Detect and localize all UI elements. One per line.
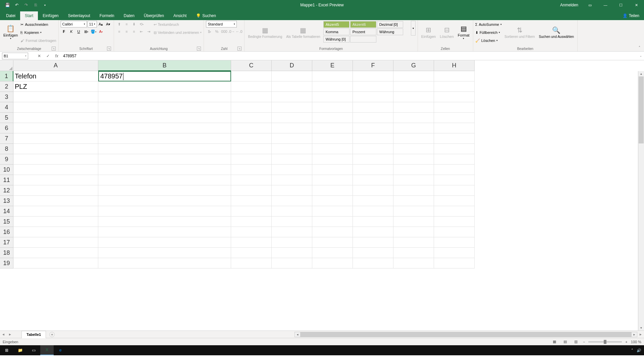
minimize-icon[interactable]: —: [598, 0, 613, 10]
undo-icon[interactable]: ↶: [13, 1, 21, 9]
cell-B13[interactable]: [98, 196, 231, 206]
cell-G14[interactable]: [393, 206, 434, 217]
cell-E17[interactable]: [312, 237, 353, 248]
percent-icon[interactable]: %: [213, 28, 220, 35]
cell-B1[interactable]: 478957: [98, 71, 231, 81]
cell-D18[interactable]: [272, 248, 312, 258]
vscroll-thumb[interactable]: [639, 76, 644, 143]
sheet-nav-prev-icon[interactable]: ◄: [0, 331, 7, 338]
dialog-launcher-icon[interactable]: ↘: [52, 47, 56, 51]
formula-input[interactable]: [61, 53, 637, 59]
cell-F14[interactable]: [353, 206, 393, 217]
row-header-15[interactable]: 15: [0, 217, 13, 227]
scroll-up-icon[interactable]: ▲: [638, 71, 644, 76]
cell-B19[interactable]: [98, 258, 231, 268]
cell-D10[interactable]: [272, 165, 312, 175]
cell-D16[interactable]: [272, 227, 312, 237]
cell-A15[interactable]: [13, 217, 98, 227]
clear-button[interactable]: 🧹Löschen▾: [475, 37, 502, 44]
scroll-down-icon[interactable]: ▼: [638, 325, 644, 330]
tab-formeln[interactable]: Formeln: [95, 11, 119, 20]
cell-B9[interactable]: [98, 154, 231, 165]
cell-H1[interactable]: [434, 71, 475, 81]
cell-A17[interactable]: [13, 237, 98, 248]
number-format-select[interactable]: Standard▾: [206, 21, 237, 27]
insert-cells-button[interactable]: ⊞ Einfügen: [420, 21, 437, 44]
style-prozent[interactable]: Prozent: [350, 28, 376, 35]
cell-styles-gallery[interactable]: Akzent5 Akzent6 Dezimal [0] Komma Prozen…: [323, 21, 410, 43]
cell-A12[interactable]: [13, 185, 98, 196]
cell-A13[interactable]: [13, 196, 98, 206]
cell-E10[interactable]: [312, 165, 353, 175]
scroll-right-end-icon[interactable]: ►: [637, 331, 644, 338]
align-top-icon[interactable]: ⬆: [116, 21, 123, 27]
qat-customize-icon[interactable]: ▾: [41, 1, 49, 9]
col-header-G[interactable]: G: [393, 60, 434, 71]
cell-B17[interactable]: [98, 237, 231, 248]
edge-taskbar-icon[interactable]: e: [54, 345, 67, 355]
cell-F16[interactable]: [353, 227, 393, 237]
fill-color-button[interactable]: 🪣▾: [90, 28, 97, 35]
start-menu-icon[interactable]: ⊞: [0, 345, 13, 355]
cell-E2[interactable]: [312, 81, 353, 92]
cell-A19[interactable]: [13, 258, 98, 268]
cell-G18[interactable]: [393, 248, 434, 258]
task-view-icon[interactable]: ▭: [27, 345, 40, 355]
tab-ueberpruefen[interactable]: Überprüfen: [139, 11, 169, 20]
cell-A18[interactable]: [13, 248, 98, 258]
row-header-6[interactable]: 6: [0, 123, 13, 133]
tab-einfuegen[interactable]: Einfügen: [38, 11, 63, 20]
normal-view-icon[interactable]: ▦: [551, 339, 558, 345]
cell-A16[interactable]: [13, 227, 98, 237]
cell-H18[interactable]: [434, 248, 475, 258]
increase-decimal-icon[interactable]: .0→: [228, 28, 235, 35]
cell-C14[interactable]: [231, 206, 272, 217]
cell-A9[interactable]: [13, 154, 98, 165]
cell-B7[interactable]: [98, 133, 231, 144]
border-button[interactable]: ⊞▾: [83, 28, 90, 35]
cut-button[interactable]: ✂Ausschneiden: [20, 21, 56, 28]
cell-C10[interactable]: [231, 165, 272, 175]
style-komma[interactable]: Komma: [323, 28, 350, 35]
cell-H11[interactable]: [434, 175, 475, 185]
cell-B10[interactable]: [98, 165, 231, 175]
cell-C2[interactable]: [231, 81, 272, 92]
cell-D7[interactable]: [272, 133, 312, 144]
italic-button[interactable]: K: [68, 28, 75, 35]
cell-C7[interactable]: [231, 133, 272, 144]
cell-H6[interactable]: [434, 123, 475, 133]
style-akzent5[interactable]: Akzent5: [323, 21, 350, 28]
row-header-9[interactable]: 9: [0, 154, 13, 165]
row-header-1[interactable]: 1: [0, 71, 13, 81]
decrease-font-icon[interactable]: A▾: [105, 21, 112, 27]
tab-seitenlayout[interactable]: Seitenlayout: [63, 11, 95, 20]
tray-chevron-icon[interactable]: ˄: [631, 348, 633, 353]
cell-B16[interactable]: [98, 227, 231, 237]
scroll-right-icon[interactable]: ►: [632, 332, 637, 337]
cell-D9[interactable]: [272, 154, 312, 165]
row-header-7[interactable]: 7: [0, 133, 13, 144]
zoom-level[interactable]: 100 %: [631, 340, 641, 344]
cancel-edit-icon[interactable]: ✕: [35, 53, 44, 59]
conditional-formatting-button[interactable]: ▦ Bedingte Formatierung: [247, 21, 283, 44]
cell-C5[interactable]: [231, 113, 272, 123]
vertical-scrollbar[interactable]: ▲ ▼: [638, 71, 644, 330]
cell-B12[interactable]: [98, 185, 231, 196]
delete-cells-button[interactable]: ⊟ Löschen: [438, 21, 455, 44]
cell-E18[interactable]: [312, 248, 353, 258]
cell-B3[interactable]: [98, 92, 231, 102]
cell-H17[interactable]: [434, 237, 475, 248]
cell-E4[interactable]: [312, 102, 353, 113]
cell-A2[interactable]: PLZ: [13, 81, 98, 92]
decrease-decimal-icon[interactable]: ←.0: [235, 28, 242, 35]
comma-icon[interactable]: 000: [221, 28, 227, 35]
cell-G7[interactable]: [393, 133, 434, 144]
row-header-16[interactable]: 16: [0, 227, 13, 237]
cell-F10[interactable]: [353, 165, 393, 175]
cell-F15[interactable]: [353, 217, 393, 227]
align-middle-icon[interactable]: ≡: [123, 21, 130, 27]
cell-H19[interactable]: [434, 258, 475, 268]
wrap-text-button[interactable]: ↩Textumbruch: [154, 21, 202, 28]
save-icon[interactable]: 💾: [3, 1, 11, 9]
style-waehrung[interactable]: Währung: [377, 28, 403, 35]
